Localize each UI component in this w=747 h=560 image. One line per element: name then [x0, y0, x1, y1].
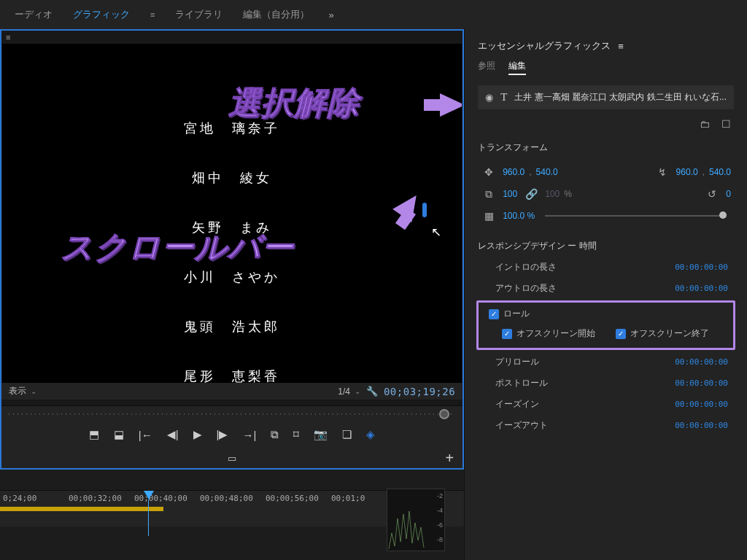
scale-w[interactable]: 100 — [500, 189, 520, 199]
add-button-icon[interactable]: + — [445, 450, 454, 467]
transport-bar: ⬒ ⬓ |← ◀| ▶ |▶ →| ⧉ ⌑ 📷 ❏ ◈ — [1, 421, 462, 448]
essential-graphics-panel: エッセンシャルグラフィックス ≡ 参照 編集 ◉ T 土井 憲一高畑 麗奈江口 … — [464, 29, 747, 560]
settings-icon[interactable]: 🔧 — [366, 386, 378, 397]
easein-label: イーズイン — [495, 398, 539, 411]
playhead-icon[interactable] — [144, 491, 154, 499]
mogrt-icon[interactable]: ◈ — [366, 428, 375, 441]
chevron-down-icon: ⌄ — [31, 387, 36, 395]
outro-label: アウトロの長さ — [495, 282, 557, 295]
tab-graphic-menu[interactable]: ≡ — [140, 0, 165, 29]
roll-highlight-box: ロール オフスクリーン開始 オフスクリーン終了 — [476, 300, 735, 350]
layer-name: 土井 憲一高畑 麗奈江口 太朗武内 鉄二生田 れいな石... — [514, 91, 727, 104]
tab-browse[interactable]: 参照 — [478, 60, 495, 75]
offscreen-end-checkbox[interactable] — [616, 329, 626, 339]
safe-margins-icon[interactable]: ▭ — [228, 453, 236, 464]
easeout-value[interactable]: 00:00:00:00 — [675, 421, 728, 430]
compare-icon[interactable]: ❏ — [342, 428, 352, 441]
timecode-label: 00;00;48;00 — [200, 494, 266, 503]
opacity-icon: ▦ — [478, 210, 500, 222]
annotation-deselect: 選択解除 — [228, 82, 360, 125]
tab-library[interactable]: ライブラリ — [165, 0, 233, 29]
extract-icon[interactable]: ⌑ — [293, 428, 299, 441]
visibility-eye-icon[interactable]: ◉ — [485, 92, 493, 103]
fit-label: 表示 — [9, 385, 26, 397]
tab-graphic[interactable]: グラフィック — [63, 0, 140, 29]
annotation-scrollbar: スクロールバー — [61, 226, 294, 269]
step-fwd-icon[interactable]: |▶ — [217, 428, 228, 441]
export-frame-icon[interactable]: 📷 — [314, 428, 328, 441]
credit-line: 尾形 恵梨香 — [2, 368, 462, 383]
panel-menu-icon[interactable]: ≡ — [618, 41, 624, 52]
go-start-icon[interactable]: |← — [139, 429, 152, 441]
tabs-overflow[interactable]: » — [320, 9, 342, 20]
credit-line: 小川 さやか — [2, 268, 462, 286]
chevron-down-icon: ⌄ — [355, 387, 360, 395]
offscreen-start-checkbox[interactable] — [502, 329, 512, 339]
pos-y[interactable]: 540.0 — [533, 167, 561, 177]
preroll-value[interactable]: 00:00:00:00 — [675, 357, 728, 367]
roll-label: ロール — [503, 308, 530, 320]
text-type-icon: T — [500, 91, 507, 104]
marker-in-icon[interactable]: ⬒ — [89, 428, 99, 441]
fit-dropdown[interactable]: 表示 ⌄ — [9, 385, 36, 397]
pos-x[interactable]: 960.0 — [500, 167, 527, 177]
rotation-icon: ↺ — [701, 188, 723, 200]
tab-edit-custom[interactable]: 編集（自分用） — [233, 0, 320, 29]
position-icon: ✥ — [478, 166, 500, 178]
scale-icon: ⧉ — [478, 188, 500, 201]
anchor-y[interactable]: 540.0 — [706, 167, 734, 177]
timecode-label: 00;00;32;00 — [69, 494, 134, 503]
new-layer-icon[interactable]: ☐ — [721, 118, 731, 130]
timecode-label: 0;24;00 — [3, 494, 69, 503]
new-folder-icon[interactable]: 🗀 — [700, 118, 710, 130]
transform-section-title: トランスフォーム — [465, 137, 747, 158]
credit-line: 鬼頭 浩太郎 — [2, 318, 462, 335]
intro-label: イントロの長さ — [495, 261, 557, 273]
zoom-value: 1/4 — [338, 386, 350, 397]
credit-line: 畑中 綾女 — [2, 169, 462, 187]
link-icon[interactable]: 🔗 — [520, 188, 542, 200]
tab-edit[interactable]: 編集 — [508, 60, 526, 75]
clip-track[interactable] — [0, 507, 163, 511]
scrub-knob[interactable] — [439, 409, 449, 419]
roll-checkbox[interactable] — [489, 309, 499, 319]
timecode[interactable]: 00;03;19;26 — [384, 386, 455, 397]
monitor-scrubber[interactable] — [1, 405, 462, 421]
playhead-line — [148, 499, 149, 536]
rotation[interactable]: 0 — [723, 189, 734, 199]
go-end-icon[interactable]: →| — [242, 429, 256, 441]
intro-value[interactable]: 00:00:00:00 — [675, 262, 728, 272]
annotation-arrow-right-icon — [440, 93, 462, 117]
text-layer-row[interactable]: ◉ T 土井 憲一高畑 麗奈江口 太朗武内 鉄二生田 れいな石... — [478, 85, 734, 109]
postroll-label: ポストロール — [495, 377, 548, 389]
outro-value[interactable]: 00:00:00:00 — [675, 284, 728, 293]
preroll-label: プリロール — [495, 356, 539, 368]
anchor-icon: ↯ — [651, 166, 673, 178]
zoom-dropdown[interactable]: 1/4 ⌄ — [338, 386, 360, 397]
step-back-icon[interactable]: ◀| — [167, 428, 179, 441]
scale-h: 100 — [542, 189, 562, 199]
audio-meter: -2 -4 -6 -8 — [387, 489, 445, 551]
postroll-value[interactable]: 00:00:00:00 — [675, 378, 728, 388]
meter-tick: -6 — [437, 521, 443, 529]
meter-tick: -4 — [437, 507, 443, 514]
lift-icon[interactable]: ⧉ — [271, 428, 279, 441]
opacity-value[interactable]: 100.0 % — [500, 211, 538, 221]
offscreen-end-label: オフスクリーン終了 — [630, 327, 709, 340]
slider-knob[interactable] — [719, 211, 727, 219]
meter-tick: -8 — [437, 536, 443, 543]
monitor-menu-icon[interactable]: ≡ — [6, 33, 10, 42]
anchor-x[interactable]: 960.0 — [673, 167, 701, 177]
panel-title: エッセンシャルグラフィックス — [478, 39, 611, 52]
cursor-icon: ↖ — [431, 225, 441, 240]
monitor-canvas[interactable]: 宮地 璃奈子 畑中 綾女 矢野 まみ 小川 さやか 鬼頭 浩太郎 尾形 恵梨香 … — [2, 44, 462, 383]
program-monitor: ≡ 宮地 璃奈子 畑中 綾女 矢野 まみ 小川 さやか 鬼頭 浩太郎 尾形 恵梨… — [0, 29, 464, 470]
tab-audio[interactable]: ーディオ — [4, 0, 63, 29]
meter-tick: -2 — [437, 492, 443, 499]
easein-value[interactable]: 00:00:00:00 — [675, 400, 728, 409]
offscreen-start-label: オフスクリーン開始 — [516, 327, 595, 340]
opacity-slider[interactable] — [545, 215, 727, 217]
play-icon[interactable]: ▶ — [193, 428, 202, 441]
timecode-label: 00;00;56;00 — [266, 494, 331, 503]
marker-out-icon[interactable]: ⬓ — [114, 428, 124, 441]
